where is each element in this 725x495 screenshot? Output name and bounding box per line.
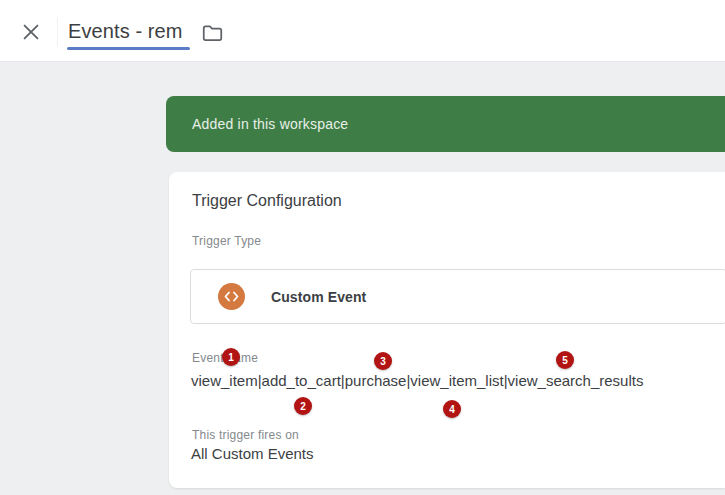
code-brackets-icon — [218, 283, 245, 310]
top-bar: Events - rem — [0, 0, 725, 62]
trigger-type-label: Trigger Type — [192, 234, 261, 248]
annotation-marker-2: 2 — [294, 397, 312, 415]
trigger-type-value: Custom Event — [271, 289, 366, 305]
folder-icon[interactable] — [202, 23, 223, 43]
event-name-value: view_item|add_to_cart|purchase|view_item… — [191, 372, 643, 389]
annotation-marker-4: 4 — [443, 400, 461, 418]
annotation-marker-1: 1 — [222, 348, 240, 366]
banner-text: Added in this workspace — [166, 116, 348, 132]
trigger-type-selector[interactable]: Custom Event — [190, 269, 725, 324]
trigger-title-field[interactable]: Events - rem — [68, 20, 183, 43]
title-underline — [67, 47, 190, 50]
annotation-marker-5: 5 — [556, 351, 574, 369]
fires-on-label: This trigger fires on — [192, 428, 299, 442]
close-icon[interactable] — [20, 21, 42, 43]
fires-on-value: All Custom Events — [191, 445, 314, 462]
divider — [57, 17, 58, 47]
workspace-status-banner: Added in this workspace — [166, 96, 725, 152]
trigger-configuration-card: Trigger Configuration Trigger Type Custo… — [169, 172, 725, 488]
annotation-marker-3: 3 — [374, 352, 392, 370]
card-title: Trigger Configuration — [192, 192, 342, 210]
